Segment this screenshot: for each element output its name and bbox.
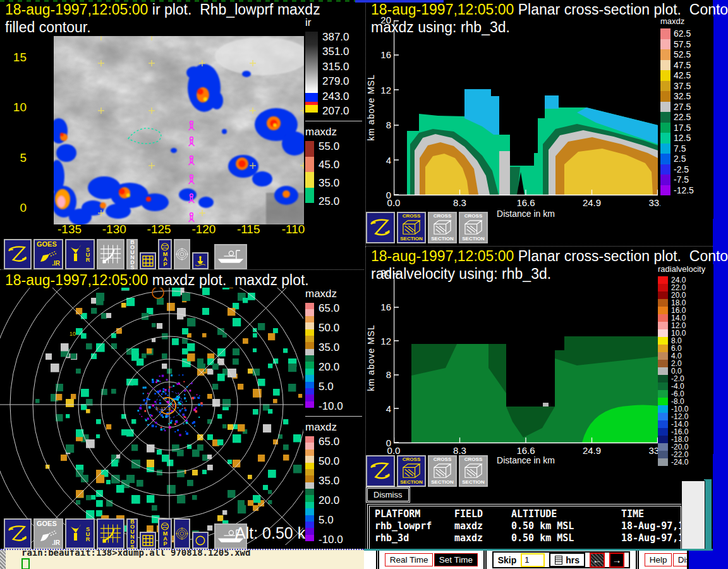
panel-title-line2: maxdz using: rhb_3d.: [371, 19, 510, 36]
buoy-button[interactable]: [192, 252, 209, 269]
cube-icon: [463, 462, 483, 480]
colorbar-swatch: [305, 329, 314, 336]
colorbar-swatch: [305, 515, 314, 522]
colorbar-tick-label: 279.0: [322, 76, 349, 87]
separator: [376, 551, 379, 569]
section-label: SECTION: [431, 480, 454, 485]
ship-button[interactable]: [214, 244, 247, 269]
zebra-logo-button[interactable]: [366, 455, 395, 487]
map-button[interactable]: MAP: [158, 239, 172, 269]
colorbar-swatch: [305, 382, 314, 388]
x-axis-ticks: 0.08.316.624.933.2: [377, 197, 674, 208]
colorbar-tick-label: 35.0: [318, 342, 343, 353]
colorbar-swatch: [658, 451, 668, 458]
step-forward-button[interactable]: →: [609, 553, 624, 568]
colorbar-tick-label: 25.0: [318, 196, 339, 207]
colorbar-swatch: [305, 309, 314, 315]
colorbar-name: ir: [305, 16, 364, 29]
maxdz-cross-section-plot[interactable]: [394, 20, 658, 196]
sur-label: SUR: [85, 526, 90, 541]
set-time-button[interactable]: Set Time: [434, 553, 478, 566]
colorbar-tick-label: 37.5: [674, 82, 691, 90]
ir-colorbar-gradient: [305, 32, 318, 113]
colorbar-row: 24.0: [658, 276, 713, 284]
grid-radar-button[interactable]: [97, 518, 124, 549]
colorbar-tick-label: 57.5: [674, 40, 691, 49]
cross-section-button-1[interactable]: CROSS SECTION: [397, 455, 426, 487]
ir-colorbar: 387.0351.0315.0279.0243.0207.0: [305, 32, 364, 116]
zebra-logo-button[interactable]: [4, 239, 32, 269]
globe-icon: [161, 522, 169, 530]
rings-button[interactable]: [174, 239, 190, 269]
colorbar-tick-label: 55.0: [318, 141, 339, 152]
small-grid-button[interactable]: [140, 532, 156, 549]
y-tick-label: 10: [4, 101, 27, 114]
cross-section-button-3[interactable]: CROSS SECTION: [459, 212, 488, 243]
colorbar-tick-label: 27.5: [674, 102, 691, 111]
colorbar-name: maxdz: [305, 288, 363, 300]
real-time-button[interactable]: Real Time: [385, 553, 434, 566]
y-tick-label: 16: [380, 302, 391, 312]
globe-icon: [161, 243, 169, 251]
radialvelocity-cross-section-plot[interactable]: [394, 273, 658, 444]
title-text: maxdz plot. maxdz plot.: [148, 272, 308, 288]
goes-ir-button[interactable]: GOES .IR: [33, 239, 63, 269]
sur-button[interactable]: SUR: [65, 518, 95, 549]
bounds-button[interactable]: BOUNDS: [126, 239, 138, 269]
colorbar-tick-label: 50.0: [318, 456, 343, 467]
time-control-bar: Real Time Set Time Skip hrs ← → Help Dis…: [364, 549, 713, 569]
cell-time: 18-Aug-97,12:01:23: [621, 532, 728, 544]
colorbar-tick-label: 20.0: [318, 362, 343, 372]
colorbar-swatch: [660, 154, 670, 164]
ir-satellite-image[interactable]: [54, 36, 304, 224]
terminal-window[interactable]: rain:beaufait:138>xdump.all 970818.1205.…: [0, 549, 364, 569]
colorbar-swatch: [658, 352, 668, 360]
colorbar-row: -6.0: [658, 390, 713, 398]
colorbar-swatch: [305, 303, 314, 309]
skip-value-input[interactable]: [521, 553, 545, 567]
sur-label: SUR: [85, 247, 90, 262]
colorbar-swatch: [305, 388, 314, 395]
help-button[interactable]: Help: [645, 553, 672, 566]
zebra-z-icon: [368, 459, 392, 483]
cross-section-button-2[interactable]: CROSS SECTION: [428, 212, 457, 243]
zebra-logo-button[interactable]: [366, 212, 395, 243]
panel-title: 18-aug-1997,12:05:00 Planar cross-sectio…: [371, 248, 728, 265]
colorbar-swatch: [305, 443, 314, 449]
cell-altitude: 0.50 km MSL: [511, 532, 621, 544]
cross-section-button-2[interactable]: CROSS SECTION: [428, 455, 457, 487]
colorbar-swatch: [305, 436, 314, 443]
circle-button[interactable]: [192, 532, 209, 549]
colorbar-row: 47.5: [660, 60, 713, 71]
colorbar-swatch: [305, 172, 314, 188]
rings-button[interactable]: [174, 518, 190, 549]
small-grid-button[interactable]: [140, 252, 156, 269]
map-button[interactable]: MAP: [158, 518, 172, 549]
frame-right-strip: [713, 0, 728, 569]
colorbar-swatch: [305, 336, 314, 342]
terminal-scroll-strip[interactable]: [0, 550, 6, 569]
step-back-button[interactable]: ←: [590, 553, 605, 568]
maxdz-ppi-plot[interactable]: [0, 288, 303, 545]
grid-radar-button[interactable]: [97, 239, 124, 269]
colorbar-tick-label: 2.5: [674, 154, 686, 163]
sur-button[interactable]: SUR: [65, 239, 95, 269]
colorbar-row: 22.5: [660, 112, 713, 123]
colorbar-swatch: [658, 299, 668, 307]
zebra-logo-button[interactable]: [4, 518, 32, 549]
right-arrow-icon: →: [612, 554, 622, 565]
colorbar-tick-label: -10.0: [318, 534, 343, 545]
title-text: Planar cross-section plot. Contour of: [514, 248, 728, 264]
panel-title: 18-aug-1997,12:05:00 maxdz plot. maxdz p…: [5, 272, 309, 289]
scrollbar-thumb[interactable]: [681, 480, 705, 551]
colorbar-swatch: [305, 342, 314, 348]
goes-ir-button[interactable]: GOES .IR: [33, 518, 63, 549]
cross-section-button-3[interactable]: CROSS SECTION: [459, 455, 488, 487]
bounds-button[interactable]: BOUNDS: [126, 518, 138, 549]
colorbar-swatch: [660, 91, 670, 102]
hrs-button[interactable]: hrs: [549, 553, 585, 567]
maxdz-colorbar-small: 55.045.035.025.0: [305, 141, 364, 207]
cross-section-button-1[interactable]: CROSS SECTION: [397, 212, 426, 243]
colorbar-swatch: [660, 164, 670, 175]
dismiss-panel-button[interactable]: Dismiss: [367, 488, 409, 501]
